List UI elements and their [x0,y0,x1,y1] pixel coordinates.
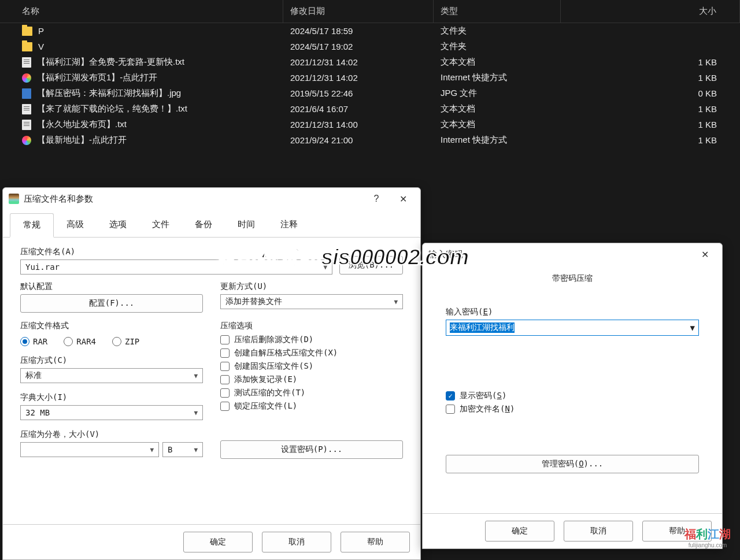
folder-icon [22,27,32,36]
file-row[interactable]: 【福利江湖发布页1】-点此打开 2021/12/31 14:02 Interne… [0,70,740,86]
file-explorer: 名称 修改日期 类型 大小 P 2024/5/17 18:59 文件夹 V 20… [0,0,740,148]
show-password-checkbox[interactable] [446,391,455,400]
file-name: 【来了就能下载的论坛，纯免费！】.txt [37,103,187,114]
chevron-down-icon: ▼ [194,446,198,454]
profile-button[interactable]: 配置(F)... [20,294,203,313]
compression-method-select[interactable]: 标准 ▼ [20,368,203,383]
option-checkbox-row[interactable]: 锁定压缩文件(L) [220,401,403,411]
chevron-down-icon: ▼ [323,264,327,271]
file-type: Internet 快捷方式 [434,135,561,146]
encrypt-names-checkbox[interactable] [446,405,455,414]
split-unit-select[interactable]: B ▼ [162,442,203,457]
default-profile-label: 默认配置 [20,281,203,292]
file-name: 【福利江湖发布页1】-点此打开 [37,72,157,83]
titlebar-help-button[interactable]: ? [365,191,388,206]
update-mode-select[interactable]: 添加并替换文件 ▼ [220,294,403,309]
tab-高级[interactable]: 高级 [54,213,97,237]
option-checkbox-row[interactable]: 创建固实压缩文件(S) [220,361,403,372]
enter-password-label: 输入密码(E) [446,307,699,317]
browse-button[interactable]: 浏览(B)... [339,256,403,275]
file-size: 1 KB [561,120,740,129]
txt-icon [22,104,31,114]
file-row[interactable]: 【来了就能下载的论坛，纯免费！】.txt 2021/6/4 16:07 文本文档… [0,101,740,117]
option-checkbox[interactable] [220,362,230,371]
option-label: 测试压缩的文件(T) [234,388,305,398]
file-row[interactable]: P 2024/5/17 18:59 文件夹 [0,23,740,39]
file-name: P [38,26,44,36]
option-checkbox[interactable] [220,388,230,398]
organize-passwords-button[interactable]: 管理密码(O)... [446,455,699,473]
chevron-down-icon: ▼ [194,409,198,417]
file-name: 【福利江湖】全免费-无套路-更新快.txt [37,57,184,68]
tab-时间[interactable]: 时间 [225,213,268,237]
option-checkbox-row[interactable]: 添加恢复记录(E) [220,374,403,385]
chevron-down-icon: ▼ [194,372,198,380]
txt-icon [22,57,31,68]
column-header-name[interactable]: 名称 [0,0,283,23]
filename-input[interactable]: Yui.rar ▼ [20,259,332,275]
option-checkbox[interactable] [220,335,230,344]
brand-watermark: 福利江湖 fulijianghu.com [684,526,731,548]
option-checkbox[interactable] [220,375,230,384]
archive-help-button[interactable]: 帮助 [341,532,410,552]
archive-dialog-titlebar[interactable]: 压缩文件名和参数 ? ✕ [3,188,420,210]
file-row[interactable]: 【解压密码：来福利江湖找福利】.jpg 2019/5/15 22:46 JPG … [0,86,740,101]
dictionary-size-select[interactable]: 32 MB ▼ [20,405,203,420]
option-label: 创建自解压格式压缩文件(X) [234,348,338,358]
column-header-size[interactable]: 大小 [561,0,740,23]
file-date: 2019/5/15 22:46 [283,88,434,98]
link-icon [22,136,31,145]
password-cancel-button[interactable]: 取消 [564,521,633,542]
split-size-input[interactable]: ▼ [20,442,159,457]
file-type: 文本文档 [434,103,561,114]
chevron-down-icon: ▼ [150,446,154,454]
show-password-checkbox-row[interactable]: 显示密码(S) [446,391,699,401]
encrypt-names-checkbox-row[interactable]: 加密文件名(N) [446,404,699,414]
radio-rar[interactable]: RAR [20,337,47,346]
tab-文件[interactable]: 文件 [139,213,182,237]
archive-tabs: 常规高级选项文件备份时间注释 [3,213,420,238]
option-checkbox-row[interactable]: 压缩后删除源文件(D) [220,335,403,345]
titlebar-close-button[interactable]: ✕ [391,191,415,206]
password-dialog-close-button[interactable]: ✕ [693,247,716,262]
password-dialog-footer: 确定 取消 帮助 [423,513,722,548]
file-name: V [38,42,44,51]
password-dialog-titlebar[interactable]: 输入密码 ✕ [423,243,722,265]
column-header-type[interactable]: 类型 [434,0,561,23]
password-dialog-title: 输入密码 [428,249,463,260]
option-checkbox-row[interactable]: 测试压缩的文件(T) [220,388,403,398]
file-name: 【最新地址】-点此打开 [37,135,127,146]
options-label: 压缩选项 [220,321,403,331]
tab-常规[interactable]: 常规 [10,213,54,238]
password-dialog-subtitle: 带密码压缩 [423,273,722,284]
rar-icon [9,194,19,204]
tab-注释[interactable]: 注释 [268,213,310,237]
file-type: 文件夹 [434,25,561,36]
dict-label: 字典大小(I) [20,392,203,403]
chevron-down-icon: ▼ [394,298,398,306]
archive-ok-button[interactable]: 确定 [183,532,253,552]
file-type: Internet 快捷方式 [434,72,561,83]
password-ok-button[interactable]: 确定 [485,521,554,542]
password-input[interactable]: 来福利江湖找福利 ▼ [446,320,699,336]
option-checkbox-row[interactable]: 创建自解压格式压缩文件(X) [220,348,403,358]
option-checkbox[interactable] [220,348,230,358]
file-row[interactable]: 【福利江湖】全免费-无套路-更新快.txt 2021/12/31 14:02 文… [0,54,740,70]
set-password-button[interactable]: 设置密码(P)... [220,440,403,459]
file-row[interactable]: V 2024/5/17 19:02 文件夹 [0,39,740,54]
file-row[interactable]: 【最新地址】-点此打开 2021/9/24 21:00 Internet 快捷方… [0,132,740,148]
option-checkbox[interactable] [220,402,230,411]
archive-cancel-button[interactable]: 取消 [262,532,331,552]
format-label: 压缩文件格式 [20,321,203,331]
file-name: 【永久地址发布页】.txt [37,119,127,130]
split-label: 压缩为分卷，大小(V) [20,429,203,440]
radio-rar4[interactable]: RAR4 [64,337,96,346]
update-mode-label: 更新方式(U) [220,281,403,292]
tab-选项[interactable]: 选项 [97,213,139,237]
column-header-date[interactable]: 修改日期 [283,0,434,23]
archive-dialog-title: 压缩文件名和参数 [24,194,93,205]
tab-备份[interactable]: 备份 [182,213,225,237]
file-row[interactable]: 【永久地址发布页】.txt 2021/12/31 14:00 文本文档 1 KB [0,117,740,132]
radio-zip[interactable]: ZIP [112,337,139,346]
file-size: 1 KB [561,135,740,145]
